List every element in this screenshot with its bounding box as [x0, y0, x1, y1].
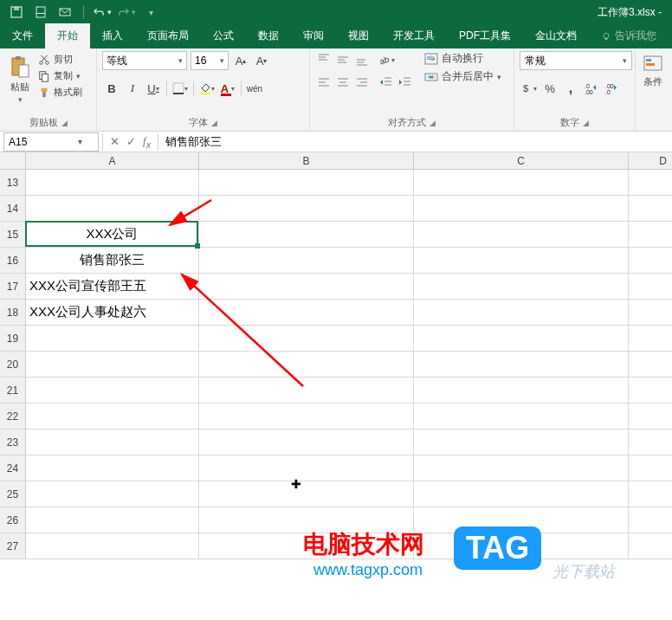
row-header-20[interactable]: 20: [0, 352, 26, 378]
touch-mode-icon[interactable]: [31, 3, 50, 22]
row-header-21[interactable]: 21: [0, 378, 26, 404]
cell-A22[interactable]: [26, 404, 199, 429]
cell-C14[interactable]: [414, 196, 629, 222]
cell-C21[interactable]: [414, 378, 629, 404]
cell-B18[interactable]: [199, 300, 414, 326]
cell-B24[interactable]: [199, 455, 414, 481]
italic-button[interactable]: I: [123, 79, 142, 98]
tab-developer[interactable]: 开发工具: [381, 23, 447, 48]
align-right-button[interactable]: [353, 74, 371, 91]
name-box[interactable]: ▾: [3, 132, 99, 152]
clipboard-launcher-icon[interactable]: ◢: [61, 119, 68, 127]
save-icon[interactable]: [7, 3, 26, 22]
cell-C17[interactable]: [414, 274, 629, 300]
cell-D14[interactable]: [629, 196, 672, 222]
cell-D26[interactable]: [629, 507, 672, 533]
align-top-button[interactable]: [315, 51, 333, 68]
cell-B20[interactable]: [199, 352, 414, 378]
cell-C15[interactable]: [414, 222, 629, 248]
accept-formula-icon[interactable]: ✓: [126, 135, 136, 148]
cell-D17[interactable]: [629, 274, 672, 300]
font-size-select[interactable]: 16▾: [191, 51, 229, 70]
comma-button[interactable]: ,: [561, 79, 580, 98]
cell-A20[interactable]: [26, 352, 199, 378]
row-header-22[interactable]: 22: [0, 404, 26, 429]
tab-pdf[interactable]: PDF工具集: [447, 23, 523, 48]
tab-data[interactable]: 数据: [246, 23, 291, 48]
cell-C24[interactable]: [414, 455, 629, 481]
alignment-launcher-icon[interactable]: ◢: [430, 119, 436, 127]
cell-B17[interactable]: [199, 274, 414, 300]
cell-C25[interactable]: [414, 481, 629, 507]
row-header-16[interactable]: 16: [0, 248, 26, 274]
row-header-24[interactable]: 24: [0, 455, 26, 481]
cell-C23[interactable]: [414, 429, 629, 455]
redo-icon[interactable]: ▾: [117, 3, 136, 22]
row-header-14[interactable]: 14: [0, 196, 26, 222]
cell-A18[interactable]: XXX公司人事处赵六: [26, 300, 199, 326]
tab-insert[interactable]: 插入: [90, 23, 135, 48]
number-launcher-icon[interactable]: ◢: [583, 119, 589, 127]
cell-C22[interactable]: [414, 404, 629, 429]
copy-button[interactable]: 复制 ▾: [38, 69, 82, 82]
row-header-17[interactable]: 17: [0, 274, 26, 300]
cell-D22[interactable]: [629, 404, 672, 429]
align-left-button[interactable]: [315, 74, 333, 91]
col-header-A[interactable]: A: [26, 152, 199, 170]
paste-button[interactable]: 粘贴 ▾: [5, 51, 35, 104]
cell-D13[interactable]: [629, 170, 672, 196]
cell-A13[interactable]: [26, 170, 199, 196]
row-header-23[interactable]: 23: [0, 429, 26, 455]
col-header-B[interactable]: B: [199, 152, 414, 170]
bold-button[interactable]: B: [102, 79, 121, 98]
cell-C20[interactable]: [414, 352, 629, 378]
merge-center-button[interactable]: 合并后居中 ▾: [424, 69, 501, 84]
percent-button[interactable]: %: [540, 79, 559, 98]
row-header-18[interactable]: 18: [0, 300, 26, 326]
formula-input[interactable]: [158, 135, 672, 148]
row-header-19[interactable]: 19: [0, 326, 26, 352]
cell-C19[interactable]: [414, 326, 629, 352]
cell-D27[interactable]: [629, 533, 672, 559]
increase-decimal-button[interactable]: .0.00: [582, 79, 601, 98]
tab-home[interactable]: 开始: [45, 23, 90, 48]
email-icon[interactable]: [55, 3, 74, 22]
cell-D20[interactable]: [629, 352, 672, 378]
format-painter-button[interactable]: 格式刷: [38, 86, 82, 99]
tab-review[interactable]: 审阅: [291, 23, 336, 48]
cell-D19[interactable]: [629, 326, 672, 352]
wrap-text-button[interactable]: ab 自动换行: [424, 51, 501, 66]
cell-C13[interactable]: [414, 170, 629, 196]
fill-color-button[interactable]: ▾: [197, 79, 216, 98]
cell-B19[interactable]: [199, 326, 414, 352]
border-button[interactable]: ▾: [171, 79, 190, 98]
cell-A23[interactable]: [26, 429, 199, 455]
cell-A21[interactable]: [26, 378, 199, 404]
row-header-25[interactable]: 25: [0, 481, 26, 507]
tab-view[interactable]: 视图: [336, 23, 381, 48]
align-middle-button[interactable]: [334, 51, 352, 68]
align-center-button[interactable]: [334, 74, 352, 91]
number-format-select[interactable]: 常规▾: [520, 51, 632, 70]
cell-B21[interactable]: [199, 378, 414, 404]
cell-D25[interactable]: [629, 481, 672, 507]
font-name-select[interactable]: 等线▾: [102, 51, 187, 70]
cell-A26[interactable]: [26, 507, 199, 533]
cell-A19[interactable]: [26, 326, 199, 352]
col-header-D[interactable]: D: [629, 152, 672, 170]
row-header-27[interactable]: 27: [0, 533, 26, 559]
cell-D18[interactable]: [629, 300, 672, 326]
font-launcher-icon[interactable]: ◢: [211, 119, 217, 127]
row-header-26[interactable]: 26: [0, 507, 26, 533]
cell-D16[interactable]: [629, 248, 672, 274]
underline-button[interactable]: U▾: [144, 79, 163, 98]
cell-D23[interactable]: [629, 429, 672, 455]
conditional-format-button[interactable]: 条件: [641, 51, 665, 88]
tab-file[interactable]: 文件: [0, 23, 45, 48]
tab-formulas[interactable]: 公式: [201, 23, 246, 48]
qat-customize-icon[interactable]: ▾: [141, 3, 160, 22]
undo-icon[interactable]: ▾: [93, 3, 112, 22]
cell-B16[interactable]: [199, 248, 414, 274]
cell-B22[interactable]: [199, 404, 414, 429]
cell-B23[interactable]: [199, 429, 414, 455]
